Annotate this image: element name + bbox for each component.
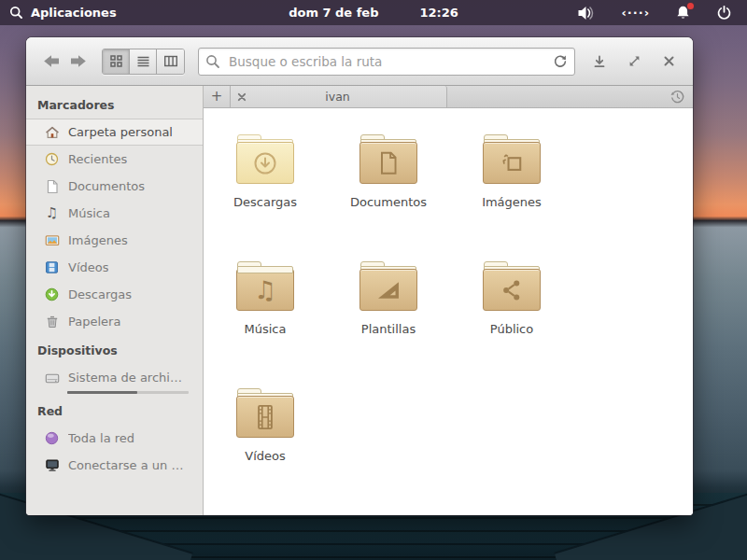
sidebar-item-descargas[interactable]: Descargas: [26, 281, 203, 308]
image-icon: [44, 232, 60, 248]
path-search-field: [198, 48, 575, 76]
sidebar-item-musica[interactable]: ♫ Música: [26, 200, 203, 227]
forward-button[interactable]: [64, 49, 91, 75]
tab-title: ivan: [247, 90, 440, 104]
document-icon: [44, 178, 60, 194]
power-icon[interactable]: [716, 5, 732, 21]
sidebar-item-label: Imágenes: [68, 233, 128, 247]
home-icon: [44, 124, 60, 140]
folder-name: Música: [245, 322, 287, 336]
sidebar-header-bookmarks: Marcadores: [26, 90, 203, 119]
panel-time: 12:26: [419, 6, 458, 20]
folder-icon-share: [483, 261, 541, 311]
minimize-button[interactable]: [590, 52, 609, 71]
disk-usage-fill: [67, 391, 137, 394]
window-toolbar: [26, 37, 693, 86]
folder-name: Vídeos: [245, 449, 285, 463]
tab-history-icon[interactable]: [661, 86, 693, 107]
folder-plantillas[interactable]: Plantillas: [327, 261, 450, 388]
folder-icon-template: [359, 261, 417, 311]
folder-descargas[interactable]: Descargas: [204, 134, 327, 261]
trash-icon: [44, 314, 60, 329]
main-area: + ivan: [204, 86, 693, 515]
sidebar-item-papelera[interactable]: Papelera: [26, 308, 203, 335]
close-button[interactable]: [659, 52, 678, 71]
folder-icon-music: ♫: [236, 261, 294, 311]
folder-name: Plantillas: [361, 322, 416, 336]
folder-name: Descargas: [233, 195, 297, 209]
music-note-glyph: ♫: [254, 277, 276, 302]
sidebar-header-network: Red: [26, 396, 203, 425]
folder-documentos[interactable]: Documentos: [327, 134, 450, 261]
sidebar-item-label: Recientes: [68, 152, 127, 166]
list-view-button[interactable]: [130, 49, 157, 74]
panel-date: dom 7 de feb: [289, 6, 378, 20]
system-indicators: ‹···›: [577, 5, 732, 21]
server-icon: [44, 457, 60, 473]
notification-badge: [686, 2, 695, 10]
window-body: Marcadores Carpeta personal: [26, 86, 693, 515]
music-icon: ♫: [44, 205, 60, 221]
sidebar-item-label: Vídeos: [68, 260, 108, 274]
sidebar: Marcadores Carpeta personal: [26, 86, 204, 515]
folder-name: Público: [490, 322, 533, 336]
volume-icon[interactable]: [577, 5, 596, 21]
maximize-button[interactable]: [625, 52, 643, 71]
sidebar-item-label: Música: [68, 206, 110, 220]
folder-videos[interactable]: Vídeos: [204, 388, 327, 515]
folder-imagenes[interactable]: Imágenes: [450, 134, 573, 261]
folder-icon-download: [236, 134, 294, 184]
applications-menu[interactable]: Aplicaciones: [9, 6, 117, 20]
sidebar-item-imagenes[interactable]: Imágenes: [26, 227, 203, 254]
top-panel: Aplicaciones dom 7 de feb 12:26 ‹···›: [0, 0, 747, 25]
column-view-button[interactable]: [157, 49, 184, 74]
video-icon: [44, 259, 60, 275]
refresh-icon[interactable]: [549, 51, 571, 72]
tab-bar: + ivan: [204, 86, 693, 108]
sidebar-item-videos[interactable]: Vídeos: [26, 254, 203, 281]
folder-icon-document: [359, 134, 417, 184]
sidebar-item-label: Papelera: [68, 315, 120, 329]
folder-publico[interactable]: Público: [450, 261, 573, 388]
network-icon[interactable]: ‹···›: [621, 6, 650, 20]
search-input[interactable]: [198, 48, 575, 76]
downloads-icon: [44, 287, 60, 302]
back-button[interactable]: [38, 49, 64, 75]
sidebar-item-recientes[interactable]: Recientes: [26, 146, 203, 173]
datetime-indicator[interactable]: dom 7 de feb 12:26: [289, 6, 458, 20]
notifications-icon[interactable]: [675, 5, 691, 21]
sidebar-item-carpeta-personal[interactable]: Carpeta personal: [26, 119, 203, 146]
search-icon: [9, 6, 23, 20]
folder-icon-photos: [483, 134, 541, 184]
sidebar-item-sistema-de-archivos[interactable]: Sistema de archivos: [26, 364, 203, 391]
tab-ivan[interactable]: ivan: [231, 86, 447, 107]
sidebar-item-label: Conectarse a un servi…: [68, 458, 188, 472]
new-tab-button[interactable]: +: [204, 86, 231, 107]
folder-name: Documentos: [350, 195, 427, 209]
folder-musica[interactable]: ♫ Música: [204, 261, 327, 388]
recent-icon: [44, 151, 60, 167]
disk-usage-bar: [67, 391, 189, 394]
harddisk-icon: [44, 370, 60, 385]
applications-menu-label: Aplicaciones: [31, 6, 117, 20]
folder-icon-film: [236, 388, 294, 438]
files-window: Marcadores Carpeta personal: [26, 37, 693, 515]
sidebar-item-label: Sistema de archivos: [68, 371, 188, 385]
sidebar-item-label: Carpeta personal: [68, 125, 173, 139]
view-switcher: [102, 49, 185, 75]
sidebar-item-documentos[interactable]: Documentos: [26, 173, 203, 200]
file-grid: Descargas Documentos: [204, 108, 693, 515]
desktop: Aplicaciones dom 7 de feb 12:26 ‹···›: [0, 0, 747, 560]
sidebar-item-label: Toda la red: [68, 431, 134, 445]
window-buttons: [590, 52, 678, 71]
folder-name: Imágenes: [482, 195, 542, 209]
sidebar-item-toda-la-red[interactable]: Toda la red: [26, 425, 203, 452]
sidebar-header-devices: Dispositivos: [26, 335, 203, 364]
sidebar-item-conectarse-servidor[interactable]: Conectarse a un servi…: [26, 452, 203, 479]
tab-close-icon[interactable]: [237, 92, 247, 102]
sidebar-item-label: Documentos: [68, 179, 145, 193]
grid-view-button[interactable]: [103, 49, 130, 74]
tab-bar-spacer: [447, 86, 661, 107]
network-globe-icon: [44, 430, 60, 446]
sidebar-item-label: Descargas: [68, 287, 132, 301]
